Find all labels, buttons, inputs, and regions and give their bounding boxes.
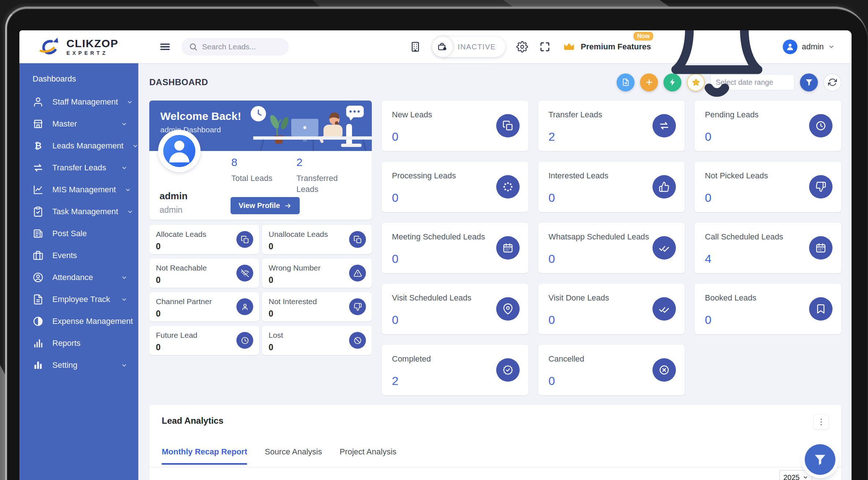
sidebar-item-leads-management[interactable]: ₿ Leads Management	[19, 135, 138, 157]
sidebar-item-reports[interactable]: Reports	[19, 332, 138, 354]
brand-tagline: EXPERTZ	[66, 50, 118, 56]
mini-card-not-reachable[interactable]: Not Reachable 0	[149, 258, 259, 288]
user-icon	[33, 97, 44, 107]
sidebar-item-expense-management[interactable]: Expense Management	[19, 310, 138, 332]
clipboard-check-icon	[33, 206, 44, 217]
sidebar: Dashboards Staff Management Master ₿ Lea…	[19, 63, 138, 480]
hamburger-menu-icon[interactable]	[159, 41, 171, 53]
tab-source-analysis[interactable]: Source Analysis	[265, 447, 322, 465]
lead-analytics-card: Lead Analytics ⋮ Monthly Recap Report So…	[149, 405, 841, 480]
partner-icon	[236, 298, 253, 315]
tab-monthly-recap-report[interactable]: Monthly Recap Report	[162, 447, 247, 465]
welcome-illustration	[236, 101, 372, 151]
stat-card-interested-leads[interactable]: Interested Leads 0	[538, 162, 685, 212]
stat-card-transfer-leads[interactable]: Transfer Leads 2	[538, 101, 685, 151]
map-pin-icon	[496, 297, 520, 321]
stat-card-not-picked-leads[interactable]: Not Picked Leads 0	[695, 162, 841, 212]
alert-triangle-icon	[349, 265, 366, 281]
sidebar-item-master[interactable]: Master	[19, 113, 138, 135]
premium-label: Premium Features	[581, 42, 651, 52]
file-text-icon	[33, 294, 44, 305]
stat-card-visit-scheduled-leads[interactable]: Visit Scheduled Leads 0	[382, 284, 528, 334]
stat-label: Total Leads	[231, 173, 273, 184]
stat-card-new-leads[interactable]: New Leads 0	[382, 101, 528, 151]
analytics-title: Lead Analytics	[162, 416, 829, 426]
tabs-divider	[149, 467, 841, 468]
search-input[interactable]	[202, 42, 281, 51]
sidebar-item-task-management[interactable]: Task Management	[19, 201, 138, 223]
mini-card-allocate-leads[interactable]: Allocate Leads 0	[149, 225, 259, 254]
chevron-down-icon	[127, 209, 133, 215]
search-icon	[189, 42, 198, 51]
user-menu[interactable]: admin	[783, 39, 835, 54]
main-content: DASHBOARD Welcome Back!	[138, 63, 852, 480]
mini-card-unallocate-leads[interactable]: Unallocate Leads 0	[262, 225, 372, 254]
card-value: 0	[392, 191, 399, 205]
sidebar-item-setting[interactable]: Setting	[19, 354, 138, 376]
arrow-right-icon	[284, 202, 292, 209]
mini-card-channel-partner[interactable]: Channel Partner 0	[149, 292, 259, 321]
calendar-icon	[809, 236, 833, 260]
card-value: 0	[549, 252, 555, 266]
fullscreen-icon[interactable]	[539, 41, 551, 53]
chevron-down-icon	[121, 165, 127, 171]
page-title: DASHBOARD	[149, 77, 208, 87]
tab-project-analysis[interactable]: Project Analysis	[340, 447, 396, 465]
notifications-button[interactable]: 1	[662, 30, 772, 102]
stat-card-whatsapp-scheduled-leads[interactable]: Whatsapp Scheduled Leads 0	[538, 223, 685, 273]
mini-card-wrong-number[interactable]: Wrong Number 0	[262, 258, 372, 288]
briefcase-status-icon	[437, 42, 448, 52]
floating-filter-button[interactable]	[805, 444, 835, 475]
transferred-leads-stat: 2 Transferred Leads	[296, 156, 351, 194]
analytics-tabs: Monthly Recap Report Source Analysis Pro…	[162, 447, 829, 465]
stat-card-visit-done-leads[interactable]: Visit Done Leads 0	[538, 284, 685, 334]
sidebar-item-mis-management[interactable]: MIS Management	[19, 179, 138, 201]
gear-icon[interactable]	[516, 41, 528, 53]
briefcase-icon	[33, 250, 44, 261]
search-bar[interactable]	[182, 38, 289, 56]
premium-features-link[interactable]: Premium Features Now	[562, 41, 651, 53]
chart-line-icon	[33, 184, 44, 195]
sidebar-nav: Staff Management Master ₿ Leads Manageme…	[19, 91, 138, 376]
view-profile-button[interactable]: View Profile	[231, 197, 300, 214]
stat-card-meeting-scheduled-leads[interactable]: Meeting Scheduled Leads 0	[382, 223, 528, 273]
chevron-down-icon	[828, 44, 835, 50]
welcome-body: 8 Total Leads 2 Transferred Leads admin …	[149, 151, 372, 220]
mini-card-future-lead[interactable]: Future Lead 0	[149, 326, 259, 355]
mini-card-lost[interactable]: Lost 0	[262, 326, 372, 355]
stat-card-call-scheduled-leads[interactable]: Call Scheduled Leads 4	[695, 223, 841, 273]
view-profile-label: View Profile	[239, 201, 280, 210]
stat-card-cancelled[interactable]: Cancelled 0	[538, 345, 685, 395]
mini-card-not-interested[interactable]: Not Interested 0	[262, 292, 372, 321]
status-toggle[interactable]: INACTIVE	[432, 37, 505, 57]
card-value: 0	[392, 130, 399, 144]
sidebar-item-employee-track[interactable]: Employee Track	[19, 288, 138, 310]
sidebar-item-transfer-leads[interactable]: Transfer Leads	[19, 157, 138, 179]
analytics-menu-button[interactable]: ⋮	[813, 414, 829, 430]
stat-card-completed[interactable]: Completed 2	[382, 345, 528, 395]
svg-text:₿: ₿	[34, 141, 41, 151]
profile-name: admin	[160, 190, 188, 202]
crown-icon	[562, 41, 576, 53]
brand-logo[interactable]: CLIKZOP EXPERTZ	[19, 36, 138, 57]
sidebar-item-label: Post Sale	[52, 229, 87, 238]
sidebar-item-events[interactable]: Events	[19, 245, 138, 267]
sidebar-item-label: Events	[52, 251, 77, 260]
year-select[interactable]: 2025	[779, 470, 812, 480]
chevron-down-icon	[127, 99, 133, 105]
copy-icon	[496, 114, 520, 137]
sidebar-item-staff-management[interactable]: Staff Management	[19, 91, 138, 113]
status-label: INACTIVE	[458, 43, 496, 51]
ban-icon	[349, 332, 366, 349]
total-leads-stat: 8 Total Leads	[231, 156, 273, 184]
stat-card-booked-leads[interactable]: Booked Leads 0	[695, 284, 841, 334]
sidebar-item-attendance[interactable]: Attendance	[19, 267, 138, 288]
sidebar-item-label: Task Management	[52, 207, 118, 216]
chevron-down-icon	[121, 296, 127, 303]
copy-icon	[349, 231, 366, 248]
sidebar-item-post-sale[interactable]: Post Sale	[19, 223, 138, 245]
clock-icon	[809, 114, 833, 137]
stat-card-pending-leads[interactable]: Pending Leads 0	[695, 101, 841, 151]
stat-card-processing-leads[interactable]: Processing Leads 0	[382, 162, 528, 212]
building-icon[interactable]	[409, 41, 421, 53]
